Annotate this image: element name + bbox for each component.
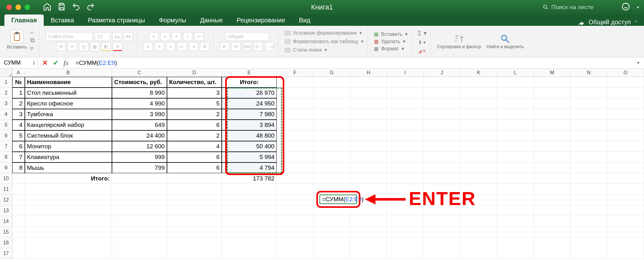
tab-data[interactable]: Данные xyxy=(193,14,230,26)
cell[interactable] xyxy=(534,248,571,259)
cell[interactable] xyxy=(387,227,424,237)
fill-color-button[interactable]: ◧ xyxy=(102,42,111,51)
cell[interactable] xyxy=(277,237,314,248)
cell[interactable] xyxy=(277,109,314,120)
fx-icon[interactable]: fx xyxy=(64,59,69,67)
cell[interactable] xyxy=(534,227,571,237)
cell[interactable] xyxy=(350,98,387,109)
row-header[interactable]: 14 xyxy=(0,216,12,227)
cell[interactable] xyxy=(387,237,424,248)
cell[interactable] xyxy=(607,152,644,162)
cell[interactable]: 2 xyxy=(167,109,222,120)
cell[interactable] xyxy=(277,162,314,173)
cell[interactable] xyxy=(570,173,607,184)
cell[interactable] xyxy=(167,195,222,205)
cell[interactable]: 6 xyxy=(167,120,222,130)
underline-button[interactable]: Ч xyxy=(79,42,88,51)
cell[interactable] xyxy=(167,237,222,248)
cell[interactable] xyxy=(570,120,607,130)
cell[interactable] xyxy=(222,227,277,237)
cell[interactable] xyxy=(314,130,350,141)
active-editing-cell[interactable]: =СУММ(E2:E9) xyxy=(319,195,357,204)
cell-styles-button[interactable]: Стили ячеек ▾ xyxy=(285,46,327,54)
cell[interactable] xyxy=(607,162,644,173)
merge-button[interactable]: ⧉ xyxy=(200,42,209,51)
cell[interactable] xyxy=(460,162,497,173)
sort-filter-button[interactable]: Сортировка и фильтр xyxy=(437,34,481,49)
expand-formula-bar[interactable]: ▾ xyxy=(637,60,644,66)
zoom-window-button[interactable] xyxy=(25,4,30,10)
cell[interactable] xyxy=(12,237,25,248)
col-header-C[interactable]: C xyxy=(112,69,167,77)
increase-indent-button[interactable]: ⇥ xyxy=(189,42,198,51)
row-header[interactable]: 15 xyxy=(0,227,12,237)
cell[interactable] xyxy=(534,237,571,248)
cell[interactable]: 26 970 xyxy=(222,88,277,98)
cell[interactable] xyxy=(534,162,571,173)
cell[interactable] xyxy=(314,120,350,130)
cell[interactable] xyxy=(424,98,460,109)
border-button[interactable]: ▦ xyxy=(90,42,100,51)
cell[interactable] xyxy=(534,109,571,120)
cell[interactable]: 24 950 xyxy=(222,98,277,109)
cell[interactable] xyxy=(387,88,424,98)
cell[interactable] xyxy=(167,248,222,259)
cell[interactable] xyxy=(112,205,167,216)
cell[interactable] xyxy=(350,248,387,259)
cell[interactable]: 4 xyxy=(167,141,222,152)
tab-review[interactable]: Рецензирование xyxy=(230,14,292,26)
cell[interactable]: Кресло офисное xyxy=(25,98,112,109)
close-window-button[interactable] xyxy=(6,4,12,10)
cell[interactable] xyxy=(314,98,350,109)
cell[interactable] xyxy=(534,120,571,130)
cell[interactable] xyxy=(12,195,25,205)
cell[interactable] xyxy=(497,248,534,259)
row-header[interactable]: 4 xyxy=(0,109,12,120)
cell[interactable] xyxy=(497,237,534,248)
cell[interactable] xyxy=(607,227,644,237)
increase-decimal-button[interactable]: .0→ xyxy=(254,42,263,51)
cell[interactable]: Количество, шт. xyxy=(167,77,222,88)
cell[interactable] xyxy=(387,130,424,141)
cell[interactable] xyxy=(277,216,314,227)
col-header-L[interactable]: L xyxy=(497,69,534,77)
cell[interactable] xyxy=(460,120,497,130)
row-header[interactable]: 1 xyxy=(0,77,12,88)
cell[interactable]: Наименование xyxy=(25,77,112,88)
cell[interactable] xyxy=(314,184,350,195)
cell[interactable]: 7 xyxy=(12,152,25,162)
cell[interactable] xyxy=(387,173,424,184)
cell[interactable] xyxy=(497,227,534,237)
cell[interactable] xyxy=(424,216,460,227)
cell[interactable]: Стоимость, руб. xyxy=(112,77,167,88)
cell[interactable] xyxy=(277,98,314,109)
cell[interactable] xyxy=(607,141,644,152)
cell[interactable] xyxy=(25,227,112,237)
clear-icon[interactable]: ◢ ▾ xyxy=(418,48,425,54)
cell[interactable] xyxy=(350,237,387,248)
minimize-window-button[interactable] xyxy=(15,4,21,10)
cell[interactable] xyxy=(222,248,277,259)
cell[interactable] xyxy=(460,227,497,237)
cell[interactable] xyxy=(570,195,607,205)
cell[interactable] xyxy=(497,98,534,109)
cell[interactable] xyxy=(534,216,571,227)
spreadsheet-grid[interactable]: A B C D E F G H I J K L M N O 1 № Наимен… xyxy=(0,69,644,259)
cell[interactable] xyxy=(534,130,571,141)
number-format-select[interactable]: Общий xyxy=(225,32,269,41)
cell[interactable] xyxy=(534,152,571,162)
cell[interactable] xyxy=(424,109,460,120)
cell[interactable]: Системный блок xyxy=(25,130,112,141)
cell[interactable] xyxy=(12,205,25,216)
row-header[interactable]: 3 xyxy=(0,98,12,109)
cancel-formula-button[interactable]: ✕ xyxy=(42,59,48,67)
cell[interactable] xyxy=(460,88,497,98)
cell[interactable]: Клавиатура xyxy=(25,152,112,162)
cell[interactable] xyxy=(497,216,534,227)
cell[interactable] xyxy=(277,77,314,88)
col-header-J[interactable]: J xyxy=(424,69,460,77)
cell[interactable] xyxy=(167,173,222,184)
row-header[interactable]: 6 xyxy=(0,130,12,141)
cell[interactable] xyxy=(350,130,387,141)
cell[interactable]: 799 xyxy=(112,162,167,173)
